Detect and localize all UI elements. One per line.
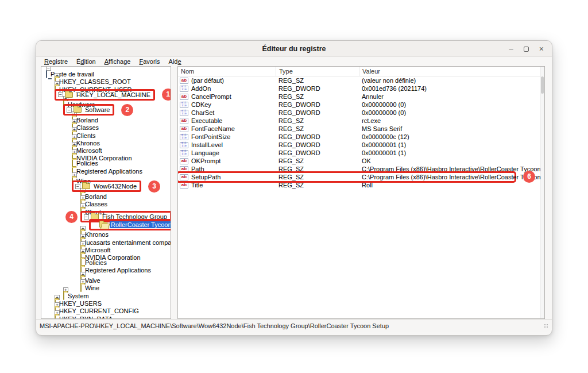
registry-value-row-title[interactable]: TitleREG_SZRoll: [178, 181, 544, 189]
tree-item-khronos[interactable]: +Khronos: [41, 137, 171, 144]
value-name-text: Title: [191, 182, 203, 189]
string-icon: [180, 166, 188, 172]
dword-icon: [180, 86, 188, 92]
string-icon: [180, 126, 188, 132]
value-type-cell: REG_SZ: [276, 117, 359, 124]
registry-value-row-okprompt[interactable]: OKPromptREG_SZOK: [178, 157, 544, 165]
tree-item-policies[interactable]: Policies: [41, 259, 171, 266]
tree-item-label: Software: [84, 106, 111, 113]
tree-item-policies[interactable]: Policies: [41, 160, 171, 167]
registry-value-row-fontpointsize[interactable]: FontPointSizeREG_DWORD0x0000000c (12): [178, 133, 544, 141]
expand-toggle-icon[interactable]: −: [58, 92, 63, 97]
folder-open-icon: [99, 222, 107, 228]
registry-value-row-addon[interactable]: AddOnREG_DWORD0x001ed736 (2021174): [178, 84, 544, 93]
tree-item-wine[interactable]: +Wine: [41, 282, 171, 289]
registry-values-list: (par défaut)REG_SZ(valeur non définie)Ad…: [178, 76, 544, 189]
tree-item-label: RollerCoaster Tycoon Setup: [110, 221, 171, 228]
maximize-icon[interactable]: [524, 47, 529, 52]
registry-value-row-fontfacename[interactable]: FontFaceNameREG_SZMS Sans Serif: [178, 125, 544, 133]
value-name-cell: AddOn: [178, 85, 276, 92]
registry-value-row-charset[interactable]: CharSetREG_DWORD0x00000000 (0): [178, 109, 544, 117]
column-header-type[interactable]: Type: [276, 68, 293, 75]
tree-item-hkey-dyn-data[interactable]: +HKEY_DYN_DATA: [41, 313, 171, 320]
tree-item-software[interactable]: −Software2: [41, 106, 171, 113]
vertical-scrollbar[interactable]: [540, 67, 544, 318]
tree-item-nvidia-corporation[interactable]: +NVIDIA Corporation: [41, 152, 171, 159]
value-data-cell: rct.exe: [359, 117, 381, 124]
window-controls: – ×: [509, 41, 544, 57]
tree-item-registered-applications[interactable]: Registered Applications: [41, 267, 171, 274]
folder-icon: [74, 107, 82, 113]
column-header-value[interactable]: Valeur: [359, 68, 380, 75]
registry-value-row-path[interactable]: PathREG_SZC:\Program Files (x86)\Hasbro …: [178, 165, 544, 173]
value-name-text: AddOn: [191, 85, 211, 92]
string-icon: [180, 78, 188, 84]
column-header-name[interactable]: Nom: [178, 68, 276, 75]
title-bar[interactable]: Éditeur du registre – ×: [36, 41, 552, 57]
expand-toggle-icon[interactable]: −: [84, 214, 89, 220]
dword-icon: [180, 150, 188, 156]
string-icon: [180, 158, 188, 164]
registry-value-row-cancelprompt[interactable]: CancelPromptREG_SZAnnuler: [178, 93, 544, 101]
value-name-text: CancelPrompt: [191, 93, 231, 100]
value-type-cell: REG_SZ: [276, 157, 359, 164]
folder-icon: [65, 92, 73, 98]
tree-item-rollercoaster-tycoon-setup[interactable]: RollerCoaster Tycoon Setup5: [41, 221, 171, 228]
value-name-cell: SetupPath: [178, 174, 276, 180]
tree-item-clients[interactable]: +Clients: [41, 129, 171, 136]
minimize-icon[interactable]: –: [509, 46, 513, 52]
value-name-cell: FontFaceName: [178, 125, 276, 132]
value-type-cell: REG_DWORD: [276, 133, 359, 140]
scrollbar-thumb[interactable]: [541, 76, 544, 94]
value-name-text: Path: [191, 166, 204, 172]
value-name-cell: (par défaut): [178, 77, 276, 84]
menu-item-favoris[interactable]: Favoris: [139, 58, 160, 65]
value-name-cell: CancelPrompt: [178, 93, 276, 100]
tree-item-wow6432node[interactable]: −Wow6432Node3: [41, 182, 171, 190]
menu-item-affichage[interactable]: Affichage: [105, 58, 131, 65]
main-area: −Poste de travail+HKEY_CLASSES_ROOT+HKEY…: [36, 66, 552, 319]
value-type-cell: REG_DWORD: [276, 141, 359, 148]
value-data-cell: MS Sans Serif: [359, 125, 402, 132]
registry-value-row-cdkey[interactable]: CDKeyREG_DWORD0x00000000 (0): [178, 101, 544, 109]
tree-item-nvidia-corporation[interactable]: +NVIDIA Corporation: [41, 251, 171, 259]
value-type-cell: REG_SZ: [276, 125, 359, 132]
value-name-text: (par défaut): [191, 77, 224, 84]
resize-grip-icon[interactable]: [544, 324, 549, 329]
registry-value-row-executable[interactable]: ExecutableREG_SZrct.exe: [178, 117, 544, 125]
expand-toggle-icon[interactable]: −: [67, 107, 72, 113]
registry-values-pane: Nom Type Valeur (par défaut)REG_SZ(valeu…: [177, 66, 545, 319]
value-data-cell: OK: [359, 157, 371, 164]
tree-item-label: HKEY_LOCAL_MACHINE: [75, 91, 152, 98]
tree-item-hkey-local-machine[interactable]: −HKEY_LOCAL_MACHINE1: [41, 91, 171, 98]
value-name-cell: Title: [178, 182, 276, 189]
tree-item-label: Policies: [75, 160, 99, 167]
value-name-text: InstallLevel: [191, 141, 223, 148]
menu-item-registre[interactable]: Registre: [44, 58, 68, 65]
expand-toggle-icon[interactable]: −: [75, 184, 80, 189]
close-icon[interactable]: ×: [539, 45, 544, 52]
tree-item-classes[interactable]: +Classes: [41, 121, 171, 129]
registry-value-row-par-d-faut[interactable]: (par défaut)REG_SZ(valeur non définie): [178, 76, 544, 84]
value-data-cell: 0x00000001 (1): [359, 141, 406, 148]
step-badge-2: 2: [121, 104, 133, 116]
value-data-cell: 0x00000001 (1): [359, 149, 406, 156]
value-data-cell: C:\Program Files (x86)\Hasbro Interactiv…: [359, 174, 541, 180]
value-name-cell: CDKey: [178, 101, 276, 108]
menu-item-dition[interactable]: Édition: [76, 58, 96, 65]
value-name-text: OKPrompt: [191, 157, 220, 164]
value-name-cell: CharSet: [178, 109, 276, 116]
menu-bar: RegistreÉditionAffichageFavorisAide: [36, 57, 552, 66]
value-type-cell: REG_SZ: [276, 174, 359, 180]
tree-item-registered-applications[interactable]: Registered Applications: [41, 167, 171, 175]
registry-value-row-setuppath[interactable]: SetupPathREG_SZC:\Program Files (x86)\Ha…: [178, 173, 514, 181]
status-path: MSI-APACHE-PRO\HKEY_LOCAL_MACHINE\Softwa…: [40, 322, 389, 329]
step-badge-1: 1: [162, 89, 171, 101]
tree-item-valve[interactable]: +Valve: [41, 274, 171, 282]
registry-value-row-installlevel[interactable]: InstallLevelREG_DWORD0x00000001 (1): [178, 141, 544, 149]
registry-tree-pane: −Poste de travail+HKEY_CLASSES_ROOT+HKEY…: [41, 66, 171, 319]
tree-item-classes[interactable]: +Classes: [41, 198, 171, 205]
value-data-cell: 0x0000000c (12): [359, 133, 409, 140]
registry-value-row-language[interactable]: LanguageREG_DWORD0x00000001 (1): [178, 149, 544, 157]
menu-item-aide[interactable]: Aide: [169, 58, 181, 65]
